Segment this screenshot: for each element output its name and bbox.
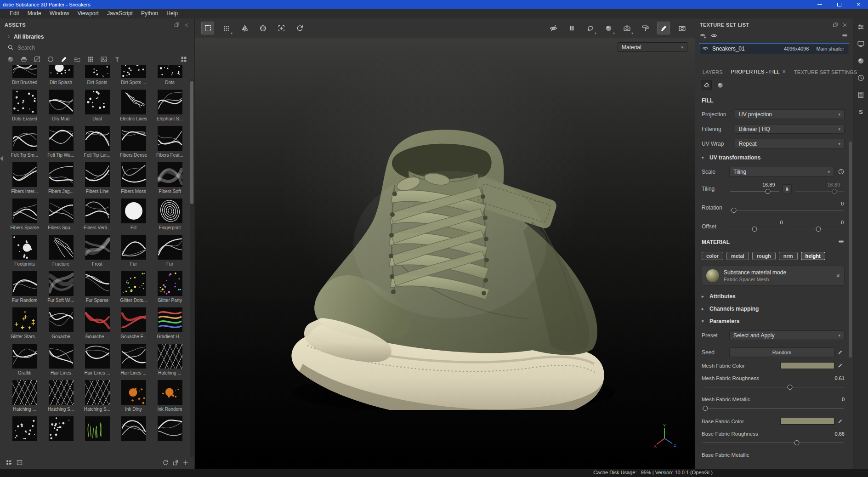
textures-filter-icon[interactable] <box>86 55 95 63</box>
viewport-shading-select[interactable]: Material ▾ <box>618 42 687 52</box>
asset-item[interactable]: Fracture <box>43 235 79 271</box>
asset-item[interactable] <box>79 416 115 453</box>
asset-item[interactable] <box>6 416 43 453</box>
channel-chip-color[interactable]: color <box>702 252 723 260</box>
slider-knob[interactable] <box>794 440 800 445</box>
menu-edit[interactable]: Edit <box>6 10 23 17</box>
import-assets-icon[interactable] <box>172 460 179 467</box>
asset-item[interactable]: Fibers Jag... <box>43 162 79 199</box>
maximize-button[interactable] <box>829 0 849 9</box>
channel-chip-rough[interactable]: rough <box>752 252 776 260</box>
parameters-toggle[interactable]: ▾Parameters <box>702 318 845 324</box>
offset-u-slider[interactable]: 0 <box>729 219 784 233</box>
mesh-fabric-roughness-slider[interactable] <box>702 382 845 390</box>
asset-item[interactable]: Footprints <box>6 235 43 271</box>
close-tab-icon[interactable]: × <box>783 68 786 75</box>
slider-knob[interactable] <box>832 189 837 194</box>
channels-mapping-toggle[interactable]: ▸Channels mapping <box>702 306 845 312</box>
asset-item[interactable]: Hair Lines <box>43 344 79 380</box>
log-icon[interactable] <box>856 90 865 99</box>
scale-mode-select[interactable]: Tiling▾ <box>729 167 834 176</box>
asset-item[interactable] <box>115 416 152 453</box>
camera-views-icon[interactable]: ▾ <box>620 22 633 34</box>
channel-chip-nrm[interactable]: nrm <box>779 252 798 260</box>
menu-python[interactable]: Python <box>137 10 162 17</box>
tiling-u-slider[interactable]: 16.89 <box>729 182 780 195</box>
menu-viewport[interactable]: Viewport <box>73 10 102 17</box>
base-fabric-roughness-slider[interactable] <box>702 438 845 445</box>
radial-symmetry-icon[interactable] <box>256 22 269 34</box>
axis-gizmo[interactable]: Y X Z <box>650 423 679 452</box>
screenshot-icon[interactable] <box>675 22 688 34</box>
close-panel-icon[interactable] <box>840 20 849 29</box>
asset-item[interactable] <box>152 416 188 453</box>
asset-item[interactable]: Ink Dirty <box>115 380 152 416</box>
uv-wrap-select[interactable]: Repeat▾ <box>735 139 845 148</box>
visibility-filter-icon[interactable] <box>700 32 707 40</box>
filters-filter-icon[interactable] <box>46 55 55 63</box>
settings-icon[interactable] <box>856 22 865 31</box>
add-asset-icon[interactable] <box>182 460 189 467</box>
asset-item[interactable]: Electric Lines <box>115 90 152 126</box>
sneaker-model[interactable] <box>257 107 615 410</box>
asset-item[interactable]: Fur <box>115 235 152 271</box>
asset-item[interactable]: Graffiti <box>6 344 43 380</box>
texture-set-menu-icon[interactable] <box>841 32 848 40</box>
undock-panel-icon[interactable] <box>172 20 182 29</box>
asset-item[interactable]: Frost <box>79 235 115 271</box>
asset-item[interactable]: Fibers Sparse <box>6 199 43 235</box>
tab-layers[interactable]: LAYERS <box>699 67 726 78</box>
display-settings-icon[interactable] <box>856 39 865 48</box>
asset-item[interactable]: Felt Tip Sm... <box>6 126 43 162</box>
mesh-fabric-color-edit-icon[interactable] <box>837 363 845 369</box>
asset-item[interactable]: Fur Soft Wi... <box>43 271 79 307</box>
asset-item[interactable]: Felt Tip Wa... <box>43 126 79 162</box>
close-button[interactable]: × <box>849 0 868 9</box>
asset-item[interactable]: Dirt Brushed <box>6 65 43 90</box>
asset-item[interactable]: Dust <box>79 90 115 126</box>
minimize-button[interactable] <box>810 0 829 9</box>
thumbnail-size-icon[interactable] <box>180 55 188 63</box>
offset-v-slider[interactable]: 0 <box>790 219 845 233</box>
tiling-link-lock-icon[interactable] <box>783 184 792 193</box>
assets-scrollbar-track[interactable] <box>190 79 194 457</box>
slider-knob[interactable] <box>766 189 771 194</box>
refresh-assets-icon[interactable] <box>162 460 169 467</box>
tab-properties-fill[interactable]: PROPERTIES - FILL× <box>727 66 789 78</box>
asset-item[interactable]: Fur Sparse <box>79 271 115 307</box>
smart-masks-filter-icon[interactable] <box>33 55 41 63</box>
material-properties-icon[interactable] <box>715 80 726 90</box>
asset-item[interactable]: Dots <box>152 65 188 90</box>
asset-item[interactable]: Fibers Inter... <box>6 162 43 199</box>
asset-item[interactable]: Hatching S... <box>79 380 115 416</box>
assets-scrollbar-thumb[interactable] <box>190 81 193 204</box>
asset-item[interactable]: Fur <box>152 235 188 271</box>
viewport-3d[interactable]: Material ▾ Y X Z <box>195 38 695 469</box>
asset-item[interactable]: Glitter Dots... <box>115 271 152 307</box>
asset-item[interactable]: Glitter Stars... <box>6 307 43 344</box>
undock-panel-icon[interactable] <box>831 20 840 29</box>
asset-item[interactable]: Fibers Verti... <box>79 199 115 235</box>
material-remove-icon[interactable]: × <box>836 272 840 279</box>
slider-knob[interactable] <box>787 385 792 390</box>
mesh-fabric-color-swatch[interactable] <box>780 362 834 369</box>
show-all-icon[interactable] <box>710 32 717 40</box>
hide-overlays-icon[interactable] <box>547 22 560 34</box>
projection-select[interactable]: UV projection▾ <box>735 109 845 119</box>
asset-item[interactable]: Gradient H... <box>152 307 188 344</box>
asset-item[interactable]: Hair Lines ... <box>79 344 115 380</box>
stencil-grid-icon[interactable]: ▾ <box>220 22 233 34</box>
thumbnail-view-icon[interactable] <box>6 459 12 467</box>
menu-help[interactable]: Help <box>162 10 182 17</box>
list-view-icon[interactable] <box>16 459 23 467</box>
asset-item[interactable]: Gouache F... <box>115 307 152 344</box>
fill-properties-icon[interactable] <box>701 80 712 90</box>
render-mode-icon[interactable]: ▾ <box>602 22 615 34</box>
brushes-filter-icon[interactable] <box>60 55 68 63</box>
seed-random-button[interactable]: Random <box>729 347 834 357</box>
asset-item[interactable]: Fibers Soft <box>152 162 188 199</box>
asset-item[interactable]: Dirt Splash <box>43 65 79 90</box>
menu-mode[interactable]: Mode <box>23 10 45 17</box>
properties-scrollbar[interactable] <box>849 142 852 358</box>
preset-select[interactable]: Select and Apply▾ <box>729 330 845 340</box>
